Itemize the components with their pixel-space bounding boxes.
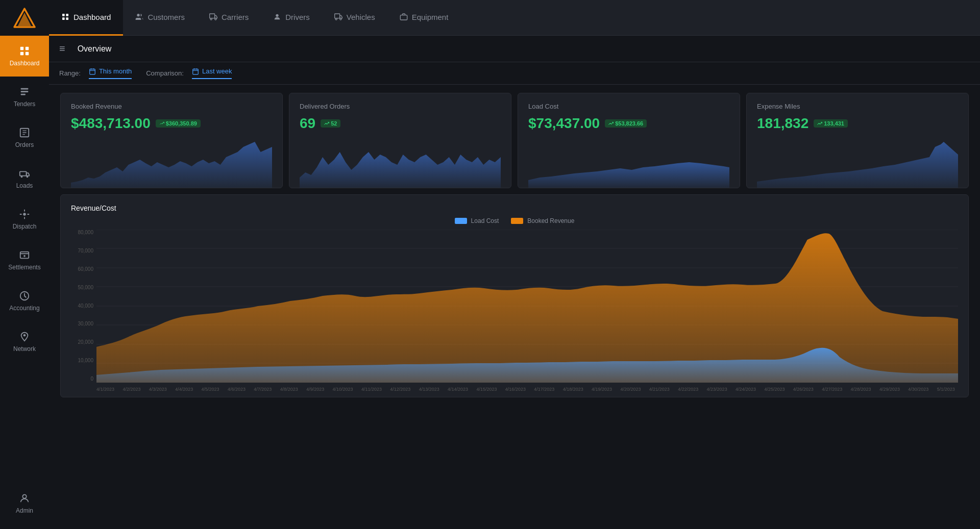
- nav-equipment[interactable]: Equipment: [387, 0, 461, 36]
- svg-point-30: [339, 18, 341, 20]
- comparison-chip[interactable]: Last week: [192, 67, 232, 79]
- y-axis: 80,000 70,000 60,000 50,000 40,000 30,00…: [71, 230, 96, 382]
- nav-equipment-label: Equipment: [412, 13, 449, 21]
- svg-rect-4: [20, 52, 23, 55]
- svg-point-15: [23, 255, 26, 257]
- top-navigation: Dashboard Customers Carriers Drivers Veh…: [49, 0, 980, 36]
- chart-legend: Load Cost Booked Revenue: [71, 217, 958, 224]
- delivered-orders-chart: [300, 137, 501, 188]
- sidebar-dashboard-label: Dashboard: [10, 60, 40, 67]
- chart-svg-wrapper: [96, 230, 958, 385]
- expense-miles-chart: [757, 137, 958, 188]
- sidebar-item-accounting[interactable]: Accounting: [0, 281, 49, 321]
- svg-point-11: [21, 176, 23, 178]
- menu-icon[interactable]: ≡: [59, 43, 65, 55]
- svg-rect-19: [62, 14, 65, 16]
- legend-booked-revenue-color: [511, 218, 523, 224]
- nav-dashboard[interactable]: Dashboard: [49, 0, 123, 36]
- svg-rect-3: [26, 47, 29, 50]
- range-chip[interactable]: This month: [89, 67, 132, 79]
- svg-point-17: [23, 334, 26, 337]
- delivered-orders-title: Delivered Orders: [300, 103, 501, 110]
- calendar-icon: [89, 68, 96, 75]
- sidebar-item-orders-label: Orders: [15, 141, 34, 148]
- sidebar-item-tenders[interactable]: Tenders: [0, 77, 49, 117]
- kpi-grid: Booked Revenue $483,713.00 $360,350.89: [57, 93, 972, 188]
- svg-point-23: [137, 14, 140, 16]
- range-bar: Range: This month Comparison: Last week: [49, 62, 980, 85]
- logo-icon: [13, 7, 36, 29]
- svg-rect-28: [334, 14, 339, 18]
- loads-icon: [19, 168, 30, 179]
- tenders-icon: [19, 86, 30, 97]
- sidebar-item-dashboard[interactable]: Dashboard: [0, 36, 49, 77]
- nav-customers[interactable]: Customers: [123, 0, 197, 36]
- nav-vehicles[interactable]: Vehicles: [322, 0, 387, 36]
- overview-title: Overview: [78, 44, 112, 54]
- legend-load-cost-color: [455, 218, 467, 224]
- legend-booked-revenue-label: Booked Revenue: [527, 217, 574, 224]
- chart-area: 80,000 70,000 60,000 50,000 40,000 30,00…: [71, 230, 958, 392]
- nav-carriers[interactable]: Carriers: [197, 0, 261, 36]
- svg-rect-7: [21, 91, 29, 92]
- settlements-icon: [19, 249, 30, 261]
- dispatch-icon: [19, 209, 30, 220]
- legend-load-cost-label: Load Cost: [471, 217, 499, 224]
- load-cost-title: Load Cost: [528, 103, 729, 110]
- svg-marker-1: [18, 13, 31, 26]
- sidebar-item-dispatch[interactable]: Dispatch: [0, 199, 49, 240]
- svg-point-18: [22, 495, 26, 498]
- range-value: This month: [99, 67, 132, 75]
- svg-point-27: [276, 14, 279, 17]
- accounting-icon: [19, 290, 30, 301]
- sidebar-item-orders[interactable]: Orders: [0, 117, 49, 158]
- sidebar-item-accounting-label: Accounting: [9, 305, 39, 312]
- orders-icon: [19, 127, 30, 138]
- revenue-cost-title: Revenue/Cost: [71, 204, 958, 212]
- revenue-cost-svg: [96, 230, 958, 383]
- comparison-label: Comparison:: [146, 69, 184, 77]
- svg-point-12: [27, 176, 29, 178]
- sidebar-item-network[interactable]: Network: [0, 321, 49, 362]
- trend-up-icon-2: [324, 121, 329, 126]
- kpi-card-load-cost: Load Cost $73,437.00 $53,823.66: [518, 93, 740, 188]
- nav-drivers[interactable]: Drivers: [261, 0, 322, 36]
- sidebar-logo: [0, 0, 49, 36]
- nav-vehicles-icon: [334, 13, 342, 21]
- expense-miles-value: 181,832 133,431: [757, 115, 958, 132]
- sidebar-item-settlements-label: Settlements: [8, 264, 40, 271]
- sidebar-item-admin-label: Admin: [16, 507, 33, 514]
- kpi-card-booked-revenue: Booked Revenue $483,713.00 $360,350.89: [60, 93, 283, 188]
- comparison-value: Last week: [202, 67, 232, 75]
- kpi-card-expense-miles: Expense Miles 181,832 133,431: [746, 93, 969, 188]
- nav-carriers-icon: [209, 13, 217, 21]
- sidebar-item-admin[interactable]: Admin: [0, 483, 49, 524]
- dashboard-icon: [19, 45, 30, 57]
- booked-revenue-chart: [71, 137, 272, 188]
- sidebar-item-loads[interactable]: Loads: [0, 158, 49, 199]
- booked-revenue-value: $483,713.00 $360,350.89: [71, 115, 272, 132]
- expense-miles-title: Expense Miles: [757, 103, 958, 110]
- x-axis: 4/1/2023 4/2/2023 4/3/2023 4/4/2023 4/5/…: [96, 387, 958, 392]
- nav-vehicles-label: Vehicles: [347, 13, 375, 21]
- svg-point-13: [23, 213, 26, 216]
- load-cost-value: $73,437.00 $53,823.66: [528, 115, 729, 132]
- svg-point-26: [215, 18, 216, 20]
- svg-rect-33: [193, 69, 199, 74]
- svg-point-29: [335, 18, 337, 20]
- svg-rect-20: [66, 14, 68, 16]
- sidebar-item-settlements[interactable]: Settlements: [0, 240, 49, 281]
- nav-dashboard-label: Dashboard: [74, 13, 111, 21]
- svg-rect-2: [20, 47, 23, 50]
- svg-rect-5: [26, 52, 29, 55]
- load-cost-chart: [528, 137, 729, 188]
- main-content: Dashboard Customers Carriers Drivers Veh…: [49, 0, 980, 529]
- sidebar-item-network-label: Network: [13, 345, 36, 352]
- delivered-orders-value: 69 52: [300, 115, 501, 132]
- svg-rect-10: [20, 171, 27, 175]
- load-cost-badge: $53,823.66: [605, 119, 647, 128]
- svg-rect-31: [400, 15, 407, 20]
- nav-carriers-label: Carriers: [222, 13, 249, 21]
- nav-customers-label: Customers: [148, 13, 185, 21]
- svg-rect-8: [21, 94, 26, 95]
